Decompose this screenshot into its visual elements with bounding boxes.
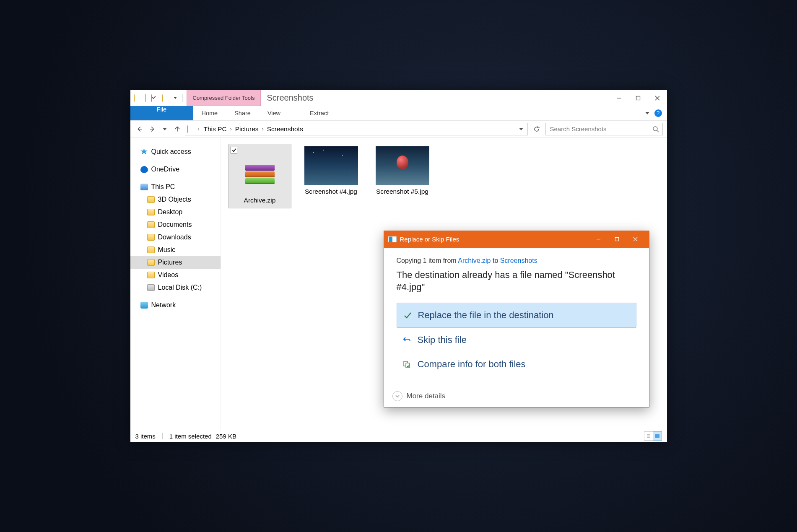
sidebar-item-documents[interactable]: Documents [130, 218, 221, 231]
tab-file[interactable]: File [130, 106, 193, 120]
more-details-button[interactable]: More details [407, 392, 446, 400]
option-label: Skip this file [418, 335, 467, 345]
tab-share[interactable]: Share [226, 106, 259, 120]
sidebar-item-quick-access[interactable]: Quick access [130, 145, 221, 158]
recent-locations-button[interactable] [160, 124, 170, 134]
copy-source-link[interactable]: Archive.zip [458, 257, 491, 264]
details-icon [646, 433, 651, 439]
separator [182, 94, 182, 102]
tab-home[interactable]: Home [193, 106, 226, 120]
sidebar-item-local-disk[interactable]: Local Disk (C:) [130, 281, 221, 294]
chevron-right-icon: › [230, 126, 232, 132]
folder-icon [147, 234, 155, 241]
copy-mid: to [491, 257, 500, 264]
chevron-right-icon: › [262, 126, 264, 132]
up-button[interactable] [172, 124, 182, 134]
sidebar-item-music[interactable]: Music [130, 244, 221, 256]
file-name: Archive.zip [244, 196, 276, 205]
tab-view[interactable]: View [259, 106, 289, 120]
ribbon-expand-icon[interactable] [645, 112, 649, 114]
sidebar-item-3d-objects[interactable]: 3D Objects [130, 193, 221, 206]
pc-icon [140, 184, 148, 190]
sidebar-item-label: Music [158, 246, 176, 254]
title-bar: Compressed Folder Tools Screenshots [130, 90, 667, 106]
status-item-count: 3 items [135, 433, 156, 440]
qat-dropdown-icon[interactable] [174, 97, 177, 99]
new-folder-icon[interactable] [162, 95, 169, 101]
svg-line-8 [657, 130, 659, 132]
thumbnail-icon [655, 433, 660, 439]
folder-icon [187, 126, 194, 132]
sidebar-item-label: Local Disk (C:) [158, 284, 202, 291]
dialog-minimize-button[interactable] [589, 231, 608, 248]
image-thumbnail [376, 146, 429, 185]
sidebar-item-label: This PC [151, 183, 175, 191]
file-item-screenshot4[interactable]: Screenshot #4.jpg [300, 144, 363, 209]
dialog-title: Replace or Skip Files [400, 236, 460, 243]
file-list: Archive.zip Screenshot #4.jpg Screenshot… [228, 144, 659, 209]
replace-skip-dialog: Replace or Skip Files Copying 1 item fro… [384, 231, 649, 407]
chevron-down-icon[interactable] [392, 391, 402, 401]
option-skip[interactable]: Skip this file [397, 328, 636, 352]
sidebar-item-desktop[interactable]: Desktop [130, 206, 221, 218]
compare-icon [402, 360, 412, 369]
chevron-right-icon: › [198, 126, 200, 132]
dialog-maximize-button[interactable] [608, 231, 626, 248]
window-title: Screenshots [261, 90, 319, 106]
search-box[interactable] [545, 123, 663, 135]
archive-icon [233, 155, 287, 194]
copy-icon [388, 236, 397, 242]
sidebar-item-downloads[interactable]: Downloads [130, 231, 221, 244]
address-bar[interactable]: › This PC › Pictures › Screenshots [185, 123, 528, 135]
image-thumbnail [304, 146, 358, 185]
minimize-button[interactable] [609, 90, 628, 106]
close-button[interactable] [648, 90, 667, 106]
folder-icon [147, 221, 155, 228]
option-label: Compare info for both files [418, 359, 526, 370]
crumb-pictures[interactable]: Pictures [235, 125, 259, 133]
properties-icon[interactable] [151, 95, 158, 101]
maximize-button[interactable] [628, 90, 648, 106]
sidebar-item-label: Quick access [151, 148, 191, 156]
search-input[interactable] [549, 125, 652, 133]
sidebar-item-this-pc[interactable]: This PC [130, 181, 221, 193]
folder-icon [147, 209, 155, 215]
svg-rect-1 [636, 96, 640, 100]
crumb-screenshots[interactable]: Screenshots [267, 125, 303, 133]
back-button[interactable] [135, 124, 145, 134]
thumbnails-view-button[interactable] [653, 431, 662, 441]
separator [145, 94, 146, 102]
sidebar-item-label: 3D Objects [158, 196, 191, 203]
dialog-close-button[interactable] [626, 231, 645, 248]
file-item-screenshot5[interactable]: Screenshot #5.jpg [371, 144, 434, 209]
forward-button[interactable] [147, 124, 157, 134]
crumb-this-pc[interactable]: This PC [204, 125, 227, 133]
file-name: Screenshot #4.jpg [305, 187, 357, 196]
undo-icon [402, 336, 412, 344]
svg-rect-12 [655, 434, 659, 438]
status-selection: 1 item selected [169, 433, 212, 440]
tab-extract[interactable]: Extract [301, 106, 337, 120]
option-replace[interactable]: Replace the file in the destination [397, 303, 636, 328]
sidebar-item-network[interactable]: Network [130, 299, 221, 311]
file-item-archive[interactable]: Archive.zip [228, 144, 291, 209]
dialog-copy-status: Copying 1 item from Archive.zip to Scree… [397, 257, 636, 265]
sidebar-item-videos[interactable]: Videos [130, 269, 221, 281]
option-compare[interactable]: Compare info for both files [397, 352, 636, 376]
sidebar-item-onedrive[interactable]: OneDrive [130, 163, 221, 176]
copy-prefix: Copying 1 item from [397, 257, 458, 264]
sidebar-item-label: OneDrive [151, 166, 180, 173]
folder-icon [147, 247, 155, 253]
address-dropdown-button[interactable] [517, 125, 526, 134]
file-name: Screenshot #5.jpg [376, 187, 428, 196]
folder-icon [147, 259, 155, 266]
help-icon[interactable]: ? [654, 109, 662, 117]
refresh-button[interactable] [530, 123, 543, 135]
copy-dest-link[interactable]: Screenshots [500, 257, 537, 264]
sidebar-item-pictures[interactable]: Pictures [130, 256, 221, 269]
contextual-tab-header: Compressed Folder Tools [187, 90, 261, 106]
details-view-button[interactable] [644, 431, 653, 441]
folder-icon [134, 95, 140, 101]
selection-checkbox[interactable] [231, 147, 237, 153]
check-icon [403, 311, 412, 319]
